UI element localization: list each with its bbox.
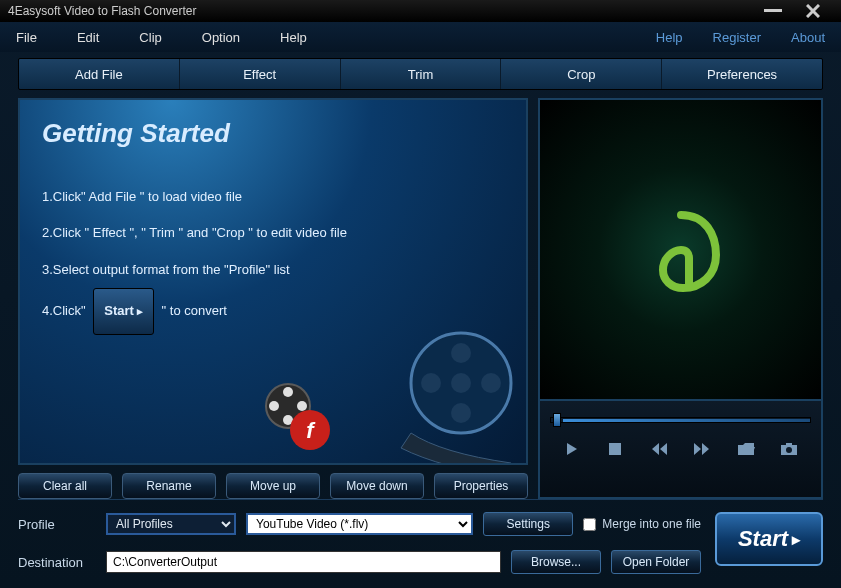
progress-slider[interactable] (550, 417, 811, 423)
menu-option[interactable]: Option (202, 30, 240, 45)
merge-checkbox[interactable] (583, 518, 596, 531)
clear-all-button[interactable]: Clear all (18, 473, 112, 499)
next-button[interactable] (690, 437, 714, 461)
properties-button[interactable]: Properties (434, 473, 528, 499)
flash-logo-icon: f (260, 378, 340, 458)
menu-edit[interactable]: Edit (77, 30, 99, 45)
toolbar-add-file[interactable]: Add File (19, 67, 179, 82)
bottom-panel: Profile All Profiles YouTube Video (*.fl… (0, 500, 841, 588)
toolbar-trim[interactable]: Trim (341, 67, 501, 82)
welcome-step-2: 2.Click " Effect ", " Trim " and "Crop "… (42, 215, 504, 251)
progress-fill (563, 419, 810, 422)
start-button[interactable]: Start (715, 512, 823, 566)
settings-button[interactable]: Settings (483, 512, 573, 536)
main-menu: File Edit Clip Option Help (16, 30, 307, 45)
welcome-steps: 1.Click" Add File " to load video file 2… (42, 179, 504, 335)
menu-right: Help Register About (656, 30, 825, 45)
move-down-button[interactable]: Move down (330, 473, 424, 499)
open-file-button[interactable] (734, 437, 758, 461)
toolbar-preferences[interactable]: Preferences (662, 67, 822, 82)
left-panel: Getting Started 1.Click" Add File " to l… (18, 98, 528, 499)
svg-point-12 (290, 410, 330, 450)
window-controls (763, 3, 823, 19)
svg-point-9 (283, 415, 293, 425)
form-column: Profile All Profiles YouTube Video (*.fl… (18, 512, 701, 574)
svg-point-11 (297, 401, 307, 411)
svg-point-7 (266, 384, 310, 428)
svg-rect-14 (609, 443, 621, 455)
destination-label: Destination (18, 555, 96, 570)
move-up-button[interactable]: Move up (226, 473, 320, 499)
preview-panel (538, 98, 823, 499)
welcome-panel: Getting Started 1.Click" Add File " to l… (18, 98, 528, 465)
menu-clip[interactable]: Clip (139, 30, 161, 45)
destination-row: Destination Browse... Open Folder (18, 550, 701, 574)
play-button[interactable] (560, 437, 584, 461)
app-logo-icon (631, 200, 731, 300)
welcome-step-3: 3.Select output format from the "Profile… (42, 252, 504, 288)
browse-button[interactable]: Browse... (511, 550, 601, 574)
svg-point-5 (421, 373, 441, 393)
film-reel-icon (361, 323, 521, 465)
link-register[interactable]: Register (713, 30, 761, 45)
minimize-button[interactable] (763, 3, 783, 19)
svg-point-3 (451, 343, 471, 363)
welcome-step-4: 4.Click" Start " to convert (42, 288, 504, 334)
svg-text:f: f (306, 418, 316, 443)
svg-point-6 (481, 373, 501, 393)
toolbar-crop[interactable]: Crop (501, 67, 661, 82)
menu-bar: File Edit Clip Option Help Help Register… (0, 22, 841, 52)
app-window: 4Easysoft Video to Flash Converter File … (0, 0, 841, 588)
snapshot-button[interactable] (777, 437, 801, 461)
stop-button[interactable] (603, 437, 627, 461)
titlebar: 4Easysoft Video to Flash Converter (0, 0, 841, 22)
close-button[interactable] (803, 3, 823, 19)
profile-label: Profile (18, 517, 96, 532)
welcome-title: Getting Started (42, 118, 504, 149)
svg-point-4 (451, 403, 471, 423)
player-buttons (550, 437, 811, 461)
player-controls (538, 401, 823, 499)
profile-row: Profile All Profiles YouTube Video (*.fl… (18, 512, 701, 536)
app-title: 4Easysoft Video to Flash Converter (8, 4, 763, 18)
inline-start-button[interactable]: Start (93, 288, 154, 334)
svg-point-2 (451, 373, 471, 393)
progress-knob[interactable] (553, 413, 561, 427)
svg-rect-16 (786, 443, 792, 446)
rename-button[interactable]: Rename (122, 473, 216, 499)
video-preview (538, 98, 823, 401)
svg-point-10 (269, 401, 279, 411)
link-help[interactable]: Help (656, 30, 683, 45)
menu-file[interactable]: File (16, 30, 37, 45)
menu-help[interactable]: Help (280, 30, 307, 45)
svg-rect-0 (764, 9, 782, 12)
prev-button[interactable] (647, 437, 671, 461)
start-column: Start (715, 512, 823, 566)
profile-format-select[interactable]: YouTube Video (*.flv) (246, 513, 473, 535)
svg-point-1 (411, 333, 511, 433)
welcome-step-1: 1.Click" Add File " to load video file (42, 179, 504, 215)
list-action-buttons: Clear all Rename Move up Move down Prope… (18, 473, 528, 499)
merge-label: Merge into one file (602, 517, 701, 531)
destination-input[interactable] (106, 551, 501, 573)
toolbar-effect[interactable]: Effect (180, 67, 340, 82)
toolbar: Add File Effect Trim Crop Preferences (18, 58, 823, 90)
merge-checkbox-wrap[interactable]: Merge into one file (583, 517, 701, 531)
svg-point-8 (283, 387, 293, 397)
svg-point-17 (786, 447, 792, 453)
content-area: Getting Started 1.Click" Add File " to l… (0, 90, 841, 499)
open-folder-button[interactable]: Open Folder (611, 550, 701, 574)
link-about[interactable]: About (791, 30, 825, 45)
profile-category-select[interactable]: All Profiles (106, 513, 236, 535)
